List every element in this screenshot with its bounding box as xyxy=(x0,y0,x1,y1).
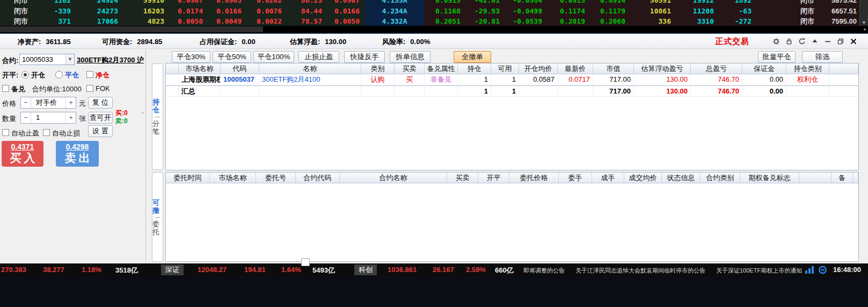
announcement-link[interactable]: 关于深证100ETF期权上市的通知 xyxy=(716,267,802,275)
positions-column-header[interactable]: 估算浮动盈亏 xyxy=(634,63,691,74)
orders-column-header[interactable]: 备 xyxy=(831,173,853,183)
lock-icon[interactable] xyxy=(785,37,793,45)
positions-column-header[interactable]: 持仓类别 xyxy=(786,63,829,74)
tab-orders[interactable]: 委托 xyxy=(152,220,163,236)
open-radio-label[interactable]: 开仓 xyxy=(31,70,45,80)
positions-column-header[interactable]: 买卖 xyxy=(395,63,425,74)
tab-kechuang[interactable]: 科创 xyxy=(354,265,377,275)
minimize-button[interactable] xyxy=(823,37,831,45)
orders-column-header[interactable]: 状态信息 xyxy=(662,173,701,183)
positions-column-header[interactable]: 市值 xyxy=(593,63,634,74)
price-stepper[interactable]: − 对手价 + xyxy=(20,97,76,109)
positions-column-header[interactable]: 名称 xyxy=(259,63,361,74)
tab-positions[interactable]: 持仓 xyxy=(152,98,163,114)
close-button[interactable] xyxy=(849,37,857,45)
announcement-link[interactable]: 即将调整的公告 xyxy=(523,267,565,275)
orders-column-header[interactable]: 期权备兑标志 xyxy=(740,173,799,183)
positions-column-header[interactable]: 持仓 xyxy=(458,63,491,74)
positions-column-header[interactable] xyxy=(166,63,179,74)
check-openable-button[interactable]: 查可开 xyxy=(88,112,113,124)
collapse-panel-arrow[interactable]: › xyxy=(142,109,144,116)
orders-column-header[interactable]: 合约类别 xyxy=(701,173,740,183)
covered-checkbox[interactable] xyxy=(2,85,9,92)
positions-column-header[interactable]: 类别 xyxy=(361,63,395,74)
net-position-label[interactable]: 净仓 xyxy=(96,70,110,80)
close-30-button[interactable]: 平仓30% xyxy=(172,51,210,63)
orders-column-header[interactable]: 合约名称 xyxy=(340,173,447,183)
orders-column-header[interactable]: 买卖 xyxy=(447,173,478,183)
close-50-button[interactable]: 平仓50% xyxy=(213,51,251,63)
settings-gear-icon[interactable] xyxy=(772,37,780,45)
restore-button[interactable] xyxy=(836,37,844,45)
buy-button[interactable]: 0.4371 买入 xyxy=(2,141,43,167)
quick-reverse-button[interactable]: 快捷反手 xyxy=(344,51,385,63)
auto-stop-loss-checkbox[interactable] xyxy=(43,129,50,136)
positions-column-header[interactable]: 备兑属性 xyxy=(425,63,458,74)
orders-column-header[interactable]: 开平 xyxy=(478,173,509,183)
batch-close-button[interactable]: 批量平仓 xyxy=(758,51,796,63)
positions-column-header[interactable]: 最新价 xyxy=(558,63,593,74)
orders-column-header[interactable]: 委托价格 xyxy=(509,173,559,183)
auto-stop-loss-label[interactable]: 自动止损 xyxy=(52,128,80,138)
tab-cancellable[interactable]: 可撤 xyxy=(152,198,163,215)
stop-loss-take-profit-button[interactable]: 止损止盈 xyxy=(298,51,339,63)
auto-take-profit-checkbox[interactable] xyxy=(2,129,9,136)
eject-icon[interactable] xyxy=(811,37,819,45)
orders-column-header[interactable]: 市场名称 xyxy=(210,173,256,183)
price-value[interactable]: 对手价 xyxy=(31,97,65,108)
positions-column-header[interactable]: 代码 xyxy=(221,63,259,74)
close-radio-label[interactable]: 平仓 xyxy=(65,70,79,80)
market-quote-row[interactable]: 闭市110224924599100.09070.09030.020286.250… xyxy=(0,0,859,5)
connection-link-icon[interactable] xyxy=(818,266,827,276)
positions-column-header[interactable]: 市场名称 xyxy=(179,63,221,74)
close-radio[interactable] xyxy=(55,71,63,78)
positions-summary-row[interactable]: 汇总11717.00130.00746.700.00 xyxy=(166,85,858,97)
horizontal-scrollbar-thumb[interactable] xyxy=(301,258,310,266)
orders-column-header[interactable] xyxy=(799,173,831,183)
price-decrement-button[interactable]: − xyxy=(21,97,31,108)
qty-increment-button[interactable]: + xyxy=(65,112,76,123)
orders-column-header[interactable]: 委手 xyxy=(559,173,592,183)
positions-row[interactable]: 上海股票期权10005037300ETF购2月4100认购买非备兑110.058… xyxy=(166,74,858,85)
quantity-stepper[interactable]: − 1 + xyxy=(20,112,76,124)
contract-name-link[interactable]: 300ETF购2月3700 沪 xyxy=(77,55,144,65)
fok-checkbox[interactable] xyxy=(86,85,93,92)
refresh-icon[interactable] xyxy=(798,37,806,45)
cancel-all-button[interactable]: 全撤单 xyxy=(454,51,491,63)
tab-shenzhen[interactable]: 深证 xyxy=(161,265,184,275)
orders-column-header[interactable]: 成手 xyxy=(592,173,624,183)
tab-tick-detail[interactable]: 分笔 xyxy=(152,119,163,135)
net-position-checkbox[interactable] xyxy=(86,71,93,78)
positions-column-header[interactable]: 可用 xyxy=(491,63,519,74)
positions-column-header[interactable]: 保证金 xyxy=(742,63,786,74)
open-radio[interactable] xyxy=(21,71,29,78)
orders-column-header[interactable]: 委托号 xyxy=(256,173,296,183)
chevron-down-icon[interactable]: ▼ xyxy=(65,54,74,65)
quote-cell: 78.57 xyxy=(281,17,322,26)
orders-column-header[interactable]: 委托时间 xyxy=(166,173,210,183)
settings-button[interactable]: 设 置 xyxy=(88,125,113,137)
positions-column-header[interactable]: 总盈亏 xyxy=(691,63,742,74)
filter-button[interactable]: 筛选 xyxy=(802,51,843,63)
reset-button[interactable]: 复 位 xyxy=(88,97,113,109)
auto-take-profit-label[interactable]: 自动止盈 xyxy=(11,128,39,138)
market-scrollbar[interactable]: ▼ xyxy=(859,0,868,26)
sell-button[interactable]: 0.4298 卖出 xyxy=(56,141,99,167)
covered-label[interactable]: 备兑 xyxy=(11,84,25,94)
fok-label[interactable]: FOK xyxy=(96,84,110,92)
positions-column-header[interactable]: 开仓均价 xyxy=(519,63,558,74)
scroll-right-icon[interactable]: ▸ xyxy=(864,26,866,32)
contract-code-select[interactable]: 10005033 ▼ xyxy=(19,54,75,65)
qty-decrement-button[interactable]: − xyxy=(21,112,31,123)
split-order-info-button[interactable]: 拆单信息 xyxy=(390,51,431,63)
qty-value[interactable]: 1 xyxy=(31,112,65,123)
announcement-link[interactable]: 关于江泽民同志追悼大会默哀期间临时停市的公告 xyxy=(575,267,705,275)
scroll-down-icon[interactable]: ▼ xyxy=(862,20,866,25)
market-quote-row[interactable]: 闭市-33924273162030.01740.01660.007684.440… xyxy=(0,6,859,16)
signal-bars-icon[interactable] xyxy=(805,266,814,275)
close-100-button[interactable]: 平仓100% xyxy=(253,51,294,63)
price-increment-button[interactable]: + xyxy=(65,97,76,108)
market-quote-row[interactable]: 闭市3711706648230.00500.00490.002278.570.0… xyxy=(0,17,859,26)
orders-column-header[interactable]: 合约代码 xyxy=(296,173,340,183)
orders-column-header[interactable]: 成交均价 xyxy=(624,173,662,183)
